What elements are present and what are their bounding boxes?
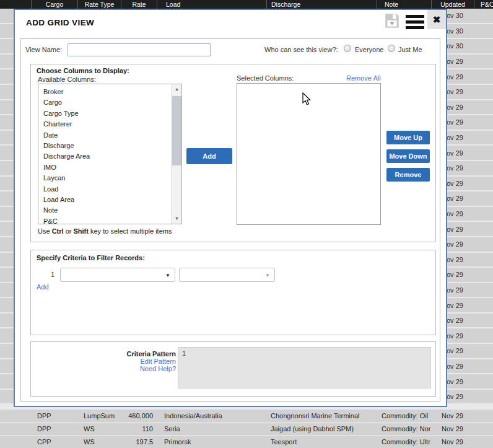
scrollbar-thumb[interactable]: [172, 96, 181, 165]
cell-updated: Nov 29: [431, 436, 474, 448]
table-row[interactable]: CPP WS 197.5 Primorsk Teesport Commodity…: [0, 436, 493, 448]
edit-pattern-link[interactable]: Edit Pattern: [31, 358, 176, 365]
cell-discharge: Jaigad (using Dabhol SPM): [266, 423, 377, 435]
cell-pc: [474, 410, 493, 422]
list-item[interactable]: Discharge: [43, 141, 181, 151]
column-header-blank[interactable]: [0, 0, 31, 9]
scroll-up-icon[interactable]: ▲: [172, 84, 182, 94]
cell-rate: 197.5: [121, 436, 157, 448]
dialog-content: View Name: Who can see this view?: Every…: [20, 38, 440, 402]
list-item[interactable]: Load Area: [43, 195, 181, 205]
move-up-button[interactable]: Move Up: [386, 131, 430, 144]
mouse-cursor: [302, 92, 311, 105]
app-screen: Cargo Rate Type Rate Load Discharge Note…: [0, 0, 493, 448]
move-down-button[interactable]: Move Down: [386, 149, 430, 163]
available-columns-label: Available Columns:: [38, 76, 96, 83]
list-item[interactable]: Laycan: [43, 173, 181, 183]
column-header-cargo[interactable]: Cargo: [31, 0, 77, 9]
cell-cargo: CPP: [31, 436, 77, 448]
radio-just-me[interactable]: [388, 45, 395, 52]
list-item[interactable]: Note: [43, 205, 181, 216]
criteria-row-number: 1: [47, 271, 55, 278]
cell-rate: 460,000: [121, 410, 157, 422]
list-item[interactable]: Charterer: [43, 119, 181, 130]
cell-rate-type: LumpSum: [77, 410, 121, 422]
selected-columns-listbox[interactable]: [237, 83, 381, 225]
cell-cargo: DPP: [31, 423, 77, 435]
choose-columns-section: Choose Columns to Display: Available Col…: [30, 64, 436, 242]
list-item[interactable]: Discharge Area: [43, 151, 181, 162]
cell-load: Primorsk: [157, 436, 266, 448]
list-item[interactable]: Load: [43, 184, 181, 195]
add-criteria-link[interactable]: Add: [37, 283, 49, 291]
available-columns-listbox[interactable]: Broker Cargo Cargo Type Charterer Date D…: [38, 84, 182, 224]
column-header-discharge[interactable]: Discharge: [266, 0, 377, 9]
filter-criteria-section: Specify Criteria to Filter Records: 1 ▼ …: [30, 250, 436, 335]
column-header-pc[interactable]: P&C: [474, 0, 493, 9]
cell-rate: 110: [121, 423, 157, 435]
cell-cargo: DPP: [31, 410, 77, 422]
close-icon[interactable]: ✖: [427, 10, 446, 29]
column-header-updated[interactable]: Updated: [431, 0, 474, 9]
list-item[interactable]: Date: [43, 130, 181, 141]
cell-discharge: Chongnonsri Marine Terminal: [266, 410, 377, 422]
remove-all-link[interactable]: Remove All: [346, 74, 381, 82]
chevron-down-icon: ▼: [265, 273, 270, 278]
cell-note: Commodity: Nor: [377, 423, 431, 435]
cell-discharge: Teesport: [266, 436, 377, 448]
table-row[interactable]: DPP LumpSum 460,000 Indonesia/Australia …: [0, 410, 493, 422]
criteria-pattern-label: Criteria Pattern: [31, 350, 176, 358]
dialog-title: ADD GRID VIEW: [26, 18, 94, 27]
scroll-down-icon[interactable]: ▼: [172, 214, 182, 224]
view-name-input[interactable]: [68, 43, 211, 56]
criteria-field-dropdown[interactable]: ▼: [60, 268, 175, 282]
list-item[interactable]: Cargo: [43, 97, 181, 108]
multi-select-hint: Use Ctrl or Shift key to select multiple…: [38, 227, 172, 235]
cell-rate-type: WS: [77, 423, 121, 435]
radio-everyone[interactable]: [344, 45, 351, 52]
column-header-rate[interactable]: Rate: [121, 0, 157, 9]
list-item[interactable]: Cargo Type: [43, 108, 181, 119]
cell-updated: Nov 29: [431, 423, 474, 435]
remove-button[interactable]: Remove: [386, 168, 430, 182]
radio-everyone-label: Everyone: [355, 46, 383, 53]
scrollbar[interactable]: ▲ ▼: [171, 84, 181, 224]
selected-columns-label: Selected Columns:: [237, 74, 294, 82]
criteria-pattern-section: Criteria Pattern Edit Pattern Need Help?…: [30, 341, 436, 397]
save-icon[interactable]: [384, 12, 400, 29]
criteria-pattern-textarea: 1: [178, 347, 431, 389]
filter-criteria-title: Specify Criteria to Filter Records:: [37, 254, 145, 261]
table-row[interactable]: DPP WS 110 Seria Jaigad (using Dabhol SP…: [0, 423, 493, 435]
cell-note: Commodity: Ultr: [377, 436, 431, 448]
cell-rate-type: WS: [77, 436, 121, 448]
radio-just-me-label: Just Me: [398, 46, 422, 53]
add-columns-button[interactable]: Add: [186, 148, 232, 164]
cell-load: Seria: [157, 423, 266, 435]
column-header-rate-type[interactable]: Rate Type: [77, 0, 121, 9]
criteria-operator-dropdown[interactable]: ▼: [179, 268, 275, 282]
list-item[interactable]: P&C: [43, 216, 181, 224]
view-name-label: View Name:: [25, 46, 62, 53]
cell-pc: [474, 436, 493, 448]
visibility-question: Who can see this view?:: [264, 46, 338, 53]
chevron-down-icon: ▼: [165, 273, 170, 278]
add-grid-view-dialog: ADD GRID VIEW ✖ View Name: Who can see t…: [14, 9, 447, 407]
cell-updated: Nov 29: [431, 410, 474, 422]
grid-bottom-rows: DPP LumpSum 460,000 Indonesia/Australia …: [0, 409, 493, 448]
cell-pc: [474, 423, 493, 435]
column-header-load[interactable]: Load: [157, 0, 266, 9]
menu-icon[interactable]: [406, 15, 424, 29]
cell-note: Commodity: Oil: [377, 410, 431, 422]
grid-column-header: Cargo Rate Type Rate Load Discharge Note…: [0, 0, 493, 9]
cell-load: Indonesia/Australia: [157, 410, 266, 422]
need-help-link[interactable]: Need Help?: [31, 365, 176, 372]
column-header-note[interactable]: Note: [377, 0, 431, 9]
list-item[interactable]: Broker: [43, 87, 181, 97]
list-item[interactable]: IMO: [43, 162, 181, 173]
choose-columns-title: Choose Columns to Display:: [37, 67, 129, 74]
